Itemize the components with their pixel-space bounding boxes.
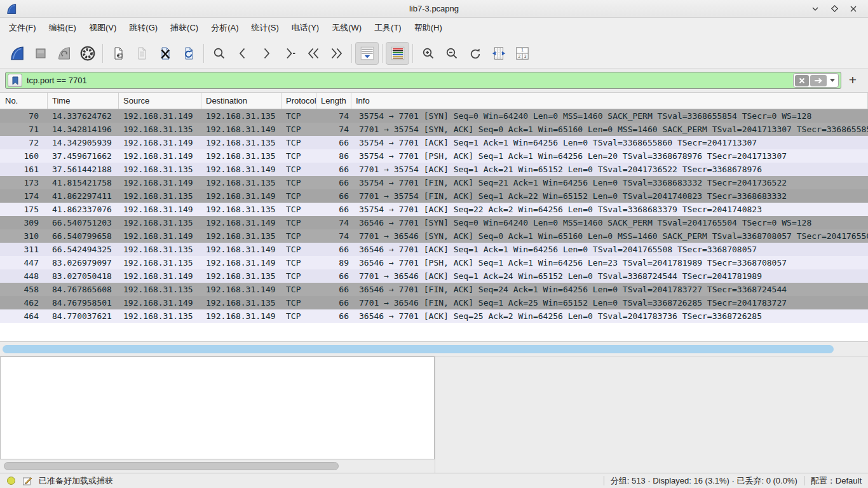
menu-go[interactable]: 跳转(G) [123, 19, 164, 37]
menu-telephony[interactable]: 电话(Y) [285, 19, 325, 37]
auto-scroll-toggle[interactable] [355, 42, 379, 65]
packet-cell-no: 458 [0, 283, 48, 296]
main-toolbar: 123 [0, 38, 868, 69]
toolbar-separator [351, 44, 352, 63]
column-header-no[interactable]: No. [0, 93, 48, 109]
detail-panes [0, 356, 868, 473]
menu-view[interactable]: 视图(V) [83, 19, 123, 37]
open-file-button[interactable] [106, 42, 130, 65]
packet-cell-protocol: TCP [281, 123, 316, 136]
packet-row[interactable]: 46284.767958501192.168.31.149192.168.31.… [0, 296, 868, 309]
packet-row[interactable]: 44883.027050418192.168.31.149192.168.31.… [0, 269, 868, 283]
colorize-toggle[interactable] [386, 42, 409, 65]
filter-add-button[interactable]: + [841, 74, 863, 88]
packet-row[interactable]: 17441.862297411192.168.31.135192.168.31.… [0, 189, 868, 203]
colorize-icon [390, 45, 406, 62]
filter-bookmark-button[interactable] [8, 74, 22, 87]
packet-cell-source: 192.168.31.135 [119, 216, 201, 229]
menu-statistics[interactable]: 统计(S) [245, 19, 285, 37]
expert-info-icon[interactable] [6, 476, 16, 485]
packet-cell-destination: 192.168.31.135 [201, 136, 281, 149]
packet-row[interactable]: 16137.561442188192.168.31.135192.168.31.… [0, 163, 868, 176]
filter-history-dropdown[interactable] [828, 75, 837, 86]
goto-packet-button[interactable] [278, 42, 301, 65]
packet-cell-length: 66 [316, 269, 351, 283]
packet-list-hscrollbar[interactable] [0, 341, 868, 356]
column-header-info[interactable]: Info [351, 93, 868, 109]
reload-file-button[interactable] [177, 42, 200, 65]
packet-cell-protocol: TCP [281, 256, 316, 269]
zoom-reset-button[interactable] [463, 42, 487, 65]
zoom-in-button[interactable] [416, 42, 440, 65]
stop-capture-button[interactable] [29, 42, 52, 65]
display-filter-input[interactable] [22, 76, 793, 85]
minimize-button[interactable] [808, 3, 822, 15]
menu-capture[interactable]: 捕获(C) [164, 19, 205, 37]
packet-cell-destination: 192.168.31.149 [201, 123, 281, 136]
filter-clear-button[interactable] [795, 75, 809, 86]
column-header-destination[interactable]: Destination [201, 93, 281, 109]
status-ready-text: 已准备好加载或捕获 [39, 475, 113, 487]
layout-button[interactable]: 123 [510, 42, 534, 65]
resize-columns-button[interactable] [487, 42, 510, 65]
packet-bytes-pane[interactable] [435, 356, 868, 473]
packet-cell-time: 41.862297411 [48, 189, 119, 203]
packet-row[interactable]: 16037.459671662192.168.31.149192.168.31.… [0, 149, 868, 163]
close-icon[interactable] [846, 3, 860, 15]
shark-fin-icon [9, 45, 25, 62]
close-file-button[interactable] [153, 42, 177, 65]
display-filter-field[interactable] [5, 72, 841, 89]
stop-square-icon [33, 46, 48, 61]
filter-bar: + [0, 69, 868, 93]
start-capture-button[interactable] [5, 42, 29, 65]
packet-list-empty-area [0, 323, 868, 341]
packet-row[interactable]: 30966.540751203192.168.31.135192.168.31.… [0, 216, 868, 229]
packet-cell-destination: 192.168.31.149 [201, 163, 281, 176]
packet-row[interactable]: 7114.342814196192.168.31.135192.168.31.1… [0, 123, 868, 136]
capture-options-button[interactable] [76, 42, 99, 65]
packet-cell-info: 36546 → 7701 [ACK] Seq=1 Ack=1 Win=64256… [351, 243, 868, 256]
packet-row[interactable]: 17341.815421758192.168.31.149192.168.31.… [0, 176, 868, 189]
toolbar-separator [203, 44, 204, 63]
zoom-out-button[interactable] [440, 42, 463, 65]
profile-text[interactable]: 配置：Default [811, 475, 862, 487]
maximize-button[interactable] [827, 3, 841, 15]
first-packet-button[interactable] [301, 42, 325, 65]
menu-tools[interactable]: 工具(T) [368, 19, 408, 37]
menu-analyze[interactable]: 分析(A) [205, 19, 245, 37]
packet-row[interactable]: 45884.767865608192.168.31.135192.168.31.… [0, 283, 868, 296]
restart-capture-button[interactable] [52, 42, 76, 65]
column-header-source[interactable]: Source [119, 93, 201, 109]
layout-icon: 123 [514, 45, 531, 62]
packet-row[interactable]: 17541.862337076192.168.31.149192.168.31.… [0, 203, 868, 216]
capture-comment-icon[interactable] [22, 476, 32, 486]
filter-apply-button[interactable] [810, 75, 827, 86]
packet-cell-no: 309 [0, 216, 48, 229]
packet-row[interactable]: 46484.770037621192.168.31.135192.168.31.… [0, 309, 868, 323]
packet-row[interactable]: 7014.337624762192.168.31.149192.168.31.1… [0, 109, 868, 123]
previous-packet-button[interactable] [231, 42, 254, 65]
packet-cell-info: 7701 → 35754 [ACK] Seq=1 Ack=21 Win=6515… [351, 163, 868, 176]
packet-cell-protocol: TCP [281, 109, 316, 123]
packet-row[interactable]: 44783.026979097192.168.31.135192.168.31.… [0, 256, 868, 269]
menu-wireless[interactable]: 无线(W) [325, 19, 368, 37]
packet-cell-destination: 192.168.31.135 [201, 176, 281, 189]
menu-help[interactable]: 帮助(H) [408, 19, 449, 37]
packet-row[interactable]: 31166.542494325192.168.31.135192.168.31.… [0, 243, 868, 256]
packet-cell-no: 160 [0, 149, 48, 163]
save-file-button[interactable] [130, 42, 153, 65]
column-header-length[interactable]: Length [316, 93, 351, 109]
next-packet-button[interactable] [254, 42, 278, 65]
details-hscrollbar[interactable] [0, 459, 435, 473]
hscrollbar-thumb[interactable] [3, 345, 834, 353]
column-header-time[interactable]: Time [48, 93, 119, 109]
packet-row[interactable]: 7214.342905939192.168.31.149192.168.31.1… [0, 136, 868, 149]
menu-file[interactable]: 文件(F) [3, 19, 43, 37]
menu-edit[interactable]: 编辑(E) [43, 19, 83, 37]
find-packet-button[interactable] [207, 42, 231, 65]
packet-details-pane[interactable] [0, 356, 435, 459]
details-hscrollbar-thumb[interactable] [4, 462, 339, 470]
column-header-protocol[interactable]: Protocol [281, 93, 316, 109]
packet-row[interactable]: 31066.540799658192.168.31.149192.168.31.… [0, 229, 868, 243]
last-packet-button[interactable] [325, 42, 348, 65]
